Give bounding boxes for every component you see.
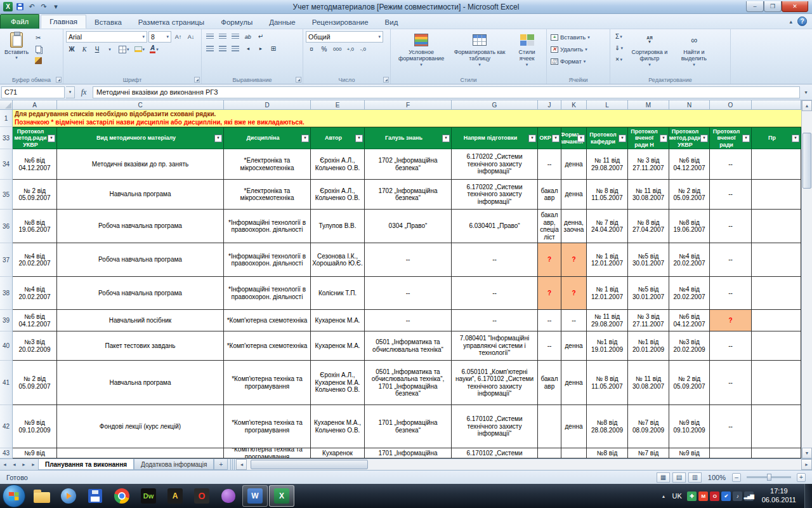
cell-stub37[interactable] [752,243,801,277]
volume-icon[interactable]: ♪ [733,491,742,501]
zoom-slider-thumb[interactable] [767,474,771,481]
cell-stub41[interactable] [752,361,801,405]
maximize-button[interactable]: ❐ [764,1,782,12]
taskbar-word[interactable]: W [242,485,268,507]
cell-M35[interactable]: № 11 від 30.08.2007 [628,180,669,210]
paste-button[interactable]: Вставить ▾ [3,31,30,66]
cell-C41[interactable]: Навчальна програма [57,361,224,405]
ribbon-tab-view[interactable]: Вид [377,16,407,29]
header-cell-E[interactable]: Автор▼ [311,127,365,149]
header-cell-K[interactable]: Форма навчання▼ [561,127,587,149]
decrease-decimal-button[interactable]: -,0 [357,44,369,55]
page-layout-view-button[interactable]: ▤ [672,472,686,483]
cell-M42[interactable]: №7 від 08.09.2009 [628,405,669,448]
align-center-button[interactable] [217,43,228,54]
cell-G41[interactable]: 6.050101 „Комп'ютерні науки“, 6.170102 „… [452,361,538,405]
align-bottom-button[interactable] [230,31,241,42]
cell-C43[interactable] [57,448,224,458]
cell-stub36[interactable] [752,210,801,243]
cell-A42[interactable]: №9 від 09.10.2009 [13,405,57,448]
header-cell-O[interactable]: Протокол вченої ради▼ [710,127,752,149]
align-top-button[interactable] [204,31,216,42]
cell-A39[interactable]: №6 від 04.12.2007 [13,310,57,331]
cell-L39[interactable]: № 11 від 29.08.2007 [587,310,628,331]
zoom-slider[interactable] [747,476,791,478]
cell-C35[interactable]: Навчальна програма [57,180,224,210]
cell-O40[interactable]: -- [710,331,752,361]
cell-stub42[interactable] [752,405,801,448]
shield-icon[interactable]: ✔ [721,491,731,501]
cell-A38[interactable]: №4 від 20.02.2007 [13,277,57,310]
column-header-F[interactable]: F [365,100,452,110]
filter-button[interactable]: ▼ [442,135,450,142]
cell-D42[interactable]: *Комп'ютерна техніка та програмування [224,405,311,448]
cell-D38[interactable]: *Інформаційні технології в правоохорон. … [224,277,311,310]
cell-K43[interactable] [561,448,587,458]
cell-A40[interactable]: №3 від 20.02.2009 [13,331,57,361]
shrink-font-button[interactable]: А↓ [185,32,197,43]
cell-D35[interactable]: *Електроніка та мікросхемотехніка [224,180,311,210]
cell-L38[interactable]: № 1 від 12.01.2007 [587,277,628,310]
cell-M43[interactable]: №7 від [628,448,669,458]
taskbar-explorer[interactable] [29,485,55,507]
cell-G42[interactable]: 6.170102 „Системи технічного захисту інф… [452,405,538,448]
cell-L40[interactable]: №1 від 19.01.2009 [587,331,628,361]
filter-button[interactable]: ▼ [528,135,536,142]
orientation-button[interactable]: ab [242,31,254,42]
header-cell-C[interactable]: Вид методичного матеріалу▼ [57,127,224,149]
cell-M36[interactable]: № 8 від 27.04.2007 [628,210,669,243]
grow-font-button[interactable]: А↑ [173,32,184,43]
row-header-41[interactable]: 41 [0,361,13,405]
ribbon-tab-review[interactable]: Рецензирование [304,16,377,29]
cell-stub38[interactable] [752,277,801,310]
cell-O42[interactable]: -- [710,405,752,448]
percent-button[interactable]: % [318,44,330,55]
alignment-dialog-launcher[interactable] [296,77,301,83]
cell-E39[interactable]: Кухаренок М.А. [311,310,365,331]
align-middle-button[interactable] [217,31,228,42]
cell-G34[interactable]: 6.170202 „Системи технічного захисту інф… [452,149,538,180]
name-box[interactable]: C71 [1,86,65,98]
cell-G39[interactable]: -- [452,310,538,331]
name-box-dropdown[interactable]: ▾ [66,86,75,98]
cell-J41[interactable]: бакалавр [538,361,561,405]
cell-J37[interactable]: ? [538,243,561,277]
cell-F39[interactable]: -- [365,310,452,331]
cell-E41[interactable]: Єрохін А.Л., Кухаренок М.А. Кольченко О.… [311,361,365,405]
cell-E37[interactable]: Сезонова І.К., Хорошайло Ю.Є. [311,243,365,277]
page-break-view-button[interactable]: ▥ [688,472,702,483]
cell-O39[interactable]: ? [710,310,752,331]
show-desktop-button[interactable] [804,484,812,508]
header-cell-M[interactable]: Протокол вченої ради Н▼ [628,127,669,149]
scroll-right-button[interactable]: ► [801,459,812,470]
row-header-36[interactable]: 36 [0,210,13,243]
save-button[interactable] [15,2,25,12]
cell-J43[interactable] [538,448,561,458]
cell-L36[interactable]: № 7 від 24.04.2007 [587,210,628,243]
cell-M37[interactable]: №5 від 30.01.2007 [628,243,669,277]
cell-E38[interactable]: Колісник Т.П. [311,277,365,310]
find-select-button[interactable]: ∞ Найти и выделить ▾ [673,31,715,69]
cell-C36[interactable]: Робоча навчальна програма [57,210,224,243]
cell-F35[interactable]: 1702 „Інформаційна безпека“ [365,180,452,210]
row-header-1[interactable]: 1 [0,110,13,127]
underline-button[interactable]: Ч [91,44,103,55]
header-cell-D[interactable]: Дисципліна▼ [224,127,311,149]
cell-G35[interactable]: 6.170202 „Системи технічного захисту інф… [452,180,538,210]
zoom-level[interactable]: 100% [704,474,730,481]
cell-F36[interactable]: 0304 „Право“ [365,210,452,243]
cell-D43[interactable]: *Комп'ютерна техніка та програмування [224,448,311,458]
fill-color-button[interactable]: ▾ [133,44,147,55]
cell-O41[interactable]: -- [710,361,752,405]
cell-stub40[interactable] [752,331,801,361]
format-cells-button[interactable]: ◫ Формат ▾ [549,55,607,67]
insert-cells-button[interactable]: + Вставить ▾ [549,31,607,43]
merge-center-button[interactable]: ⊞ [268,43,279,54]
filter-button[interactable]: ▼ [301,135,309,142]
sheet-tab-additional[interactable]: Додаткова інформація [134,459,214,470]
cell-A34[interactable]: №6 від 04.12.2007 [13,149,57,180]
align-left-button[interactable] [204,43,216,54]
horizontal-scrollbar[interactable]: ◄ ► [236,459,812,470]
cell-C42[interactable]: Фондові лекції (курс лекцій) [57,405,224,448]
cell-F40[interactable]: 0501 „Інформатика та обчислювальна техні… [365,331,452,361]
